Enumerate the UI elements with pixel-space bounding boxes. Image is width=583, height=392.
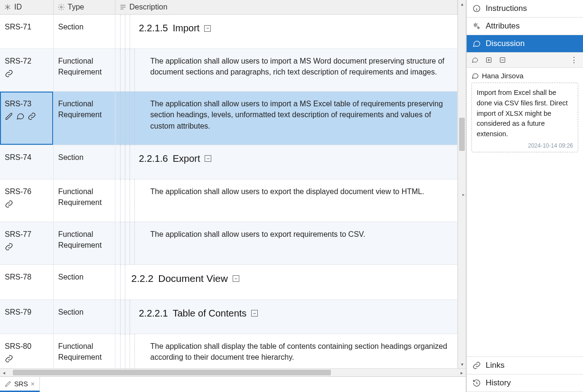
panel-flyout-icon[interactable]: ▸ bbox=[461, 190, 466, 199]
discussion-body: Hana Jirsova Import from Excel shall be … bbox=[467, 68, 583, 356]
col-header-description[interactable]: Description bbox=[115, 0, 458, 15]
section-title: Table of Contents bbox=[173, 307, 247, 320]
requirement-id: SRS-71 bbox=[5, 21, 48, 32]
table-row[interactable]: SRS-72Functional RequirementThe applicat… bbox=[0, 49, 458, 92]
collapse-icon[interactable]: − bbox=[204, 25, 211, 32]
side-tab-history[interactable]: History bbox=[467, 374, 583, 392]
hscroll-thumb[interactable] bbox=[13, 370, 331, 375]
side-tab-attributes[interactable]: Attributes bbox=[467, 18, 583, 35]
vertical-scrollbar[interactable]: ▴ ▸ ▾ bbox=[458, 0, 466, 368]
side-tab-instructions-label: Instructions bbox=[486, 4, 527, 13]
collapse-all-icon[interactable] bbox=[499, 56, 506, 64]
cell-id[interactable]: SRS-71 bbox=[0, 15, 53, 49]
more-icon[interactable]: ⋮ bbox=[570, 56, 578, 65]
section-heading: 2.2.2 Document View− bbox=[132, 271, 453, 286]
cell-description[interactable]: The application shall allow users to imp… bbox=[115, 92, 458, 145]
cell-type: Functional Requirement bbox=[53, 222, 115, 264]
section-heading: 2.2.2.1 Table of Contents− bbox=[139, 307, 453, 320]
col-header-type[interactable]: Type bbox=[53, 0, 115, 15]
cell-id[interactable]: SRS-78 bbox=[0, 265, 53, 299]
requirement-type: Functional Requirement bbox=[58, 230, 102, 249]
expand-all-icon[interactable] bbox=[485, 56, 492, 64]
requirements-grid[interactable]: ID Type bbox=[0, 0, 458, 368]
side-tab-attributes-label: Attributes bbox=[486, 21, 520, 31]
link-icon[interactable] bbox=[5, 200, 13, 208]
cell-id[interactable]: SRS-73 bbox=[0, 92, 53, 145]
document-tab-srs[interactable]: SRS × bbox=[0, 377, 40, 392]
col-header-id[interactable]: ID bbox=[0, 0, 53, 15]
horizontal-scrollbar[interactable]: ◂ ▸ bbox=[0, 368, 466, 376]
scroll-down-icon[interactable]: ▾ bbox=[458, 360, 466, 368]
comment-author: Hana Jirsova bbox=[471, 72, 578, 80]
requirement-type: Functional Requirement bbox=[58, 57, 102, 76]
chat-icon[interactable] bbox=[471, 56, 479, 64]
side-tab-links-label: Links bbox=[486, 361, 505, 370]
cell-description[interactable]: The application shall allow users to imp… bbox=[115, 49, 458, 92]
cell-id[interactable]: SRS-74 bbox=[0, 145, 53, 179]
asterisk-icon bbox=[4, 3, 11, 11]
link-icon[interactable] bbox=[5, 355, 13, 363]
document-tab-label: SRS bbox=[14, 380, 28, 388]
comment-box[interactable]: Import from Excel shall be done via CSV … bbox=[471, 83, 578, 152]
table-row[interactable]: SRS-79Section2.2.2.1 Table of Contents− bbox=[0, 299, 458, 334]
scroll-thumb[interactable] bbox=[459, 118, 465, 151]
cell-description[interactable]: 2.2.2.1 Table of Contents− bbox=[115, 299, 458, 334]
requirement-type: Section bbox=[58, 308, 84, 316]
table-row[interactable]: SRS-78Section2.2.2 Document View− bbox=[0, 265, 458, 299]
section-title: Export bbox=[173, 152, 200, 166]
side-tab-discussion-label: Discussion bbox=[486, 39, 525, 48]
cell-id[interactable]: SRS-77 bbox=[0, 222, 53, 264]
cell-type: Section bbox=[53, 15, 115, 49]
cell-id[interactable]: SRS-80 bbox=[0, 334, 53, 368]
cell-description[interactable]: The application shall allow users to exp… bbox=[115, 222, 458, 264]
scroll-right-icon[interactable]: ▸ bbox=[458, 370, 466, 375]
scroll-left-icon[interactable]: ◂ bbox=[0, 370, 8, 375]
cell-type: Section bbox=[53, 265, 115, 299]
collapse-icon[interactable]: − bbox=[233, 275, 239, 282]
cell-id[interactable]: SRS-79 bbox=[0, 299, 53, 334]
side-tab-discussion[interactable]: Discussion bbox=[467, 35, 583, 53]
section-number: 2.2.2.1 bbox=[139, 307, 168, 320]
link-icon bbox=[472, 361, 481, 370]
link-icon[interactable] bbox=[5, 69, 13, 78]
cell-type: Functional Requirement bbox=[53, 334, 115, 368]
comment-timestamp: 2024-10-14 09:26 bbox=[477, 142, 573, 149]
requirement-id: SRS-73 bbox=[5, 98, 48, 109]
pencil-icon[interactable] bbox=[5, 112, 13, 121]
table-row[interactable]: SRS-71Section2.2.1.5 Import− bbox=[0, 15, 458, 49]
link-icon[interactable] bbox=[28, 112, 36, 121]
lines-icon bbox=[119, 3, 127, 11]
collapse-icon[interactable]: − bbox=[251, 310, 258, 317]
link-icon[interactable] bbox=[5, 243, 13, 251]
cell-type: Functional Requirement bbox=[53, 179, 115, 222]
col-header-id-label: ID bbox=[14, 3, 22, 11]
requirement-type: Section bbox=[58, 273, 84, 281]
table-row[interactable]: SRS-77Functional RequirementThe applicat… bbox=[0, 222, 458, 264]
col-header-type-label: Type bbox=[68, 3, 85, 11]
chat-icon bbox=[472, 39, 481, 48]
table-row[interactable]: SRS-74Section2.2.1.6 Export− bbox=[0, 145, 458, 179]
scroll-up-icon[interactable]: ▴ bbox=[458, 0, 466, 8]
cell-description[interactable]: The application shall display the table … bbox=[115, 334, 458, 368]
side-tab-links[interactable]: Links bbox=[467, 356, 583, 374]
cell-description[interactable]: 2.2.1.6 Export− bbox=[115, 145, 458, 179]
cell-description[interactable]: 2.2.2 Document View− bbox=[115, 265, 458, 299]
collapse-icon[interactable]: − bbox=[205, 155, 211, 162]
side-tab-instructions[interactable]: Instructions bbox=[467, 0, 583, 18]
cell-id[interactable]: SRS-72 bbox=[0, 49, 53, 92]
cell-description[interactable]: 2.2.1.5 Import− bbox=[115, 15, 458, 49]
table-row[interactable]: SRS-80Functional RequirementThe applicat… bbox=[0, 334, 458, 368]
cell-id[interactable]: SRS-76 bbox=[0, 179, 53, 222]
info-icon bbox=[472, 4, 481, 13]
close-icon[interactable]: × bbox=[31, 381, 35, 387]
table-row[interactable]: SRS-76Functional RequirementThe applicat… bbox=[0, 179, 458, 222]
main-area: ID Type bbox=[0, 0, 466, 392]
requirement-type: Functional Requirement bbox=[58, 100, 102, 119]
table-row[interactable]: SRS-73Functional RequirementThe applicat… bbox=[0, 92, 458, 145]
cell-type: Section bbox=[53, 145, 115, 179]
cell-description[interactable]: The application shall allow users to exp… bbox=[115, 179, 458, 222]
chat-icon[interactable] bbox=[16, 112, 25, 121]
section-number: 2.2.1.6 bbox=[139, 152, 168, 166]
requirement-id: SRS-76 bbox=[5, 186, 48, 197]
requirement-id: SRS-79 bbox=[5, 307, 48, 317]
